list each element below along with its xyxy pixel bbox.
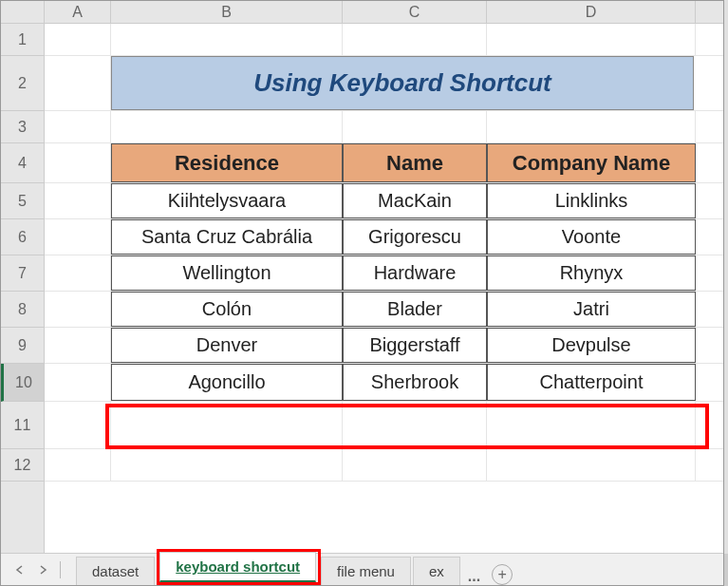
row-header-4[interactable]: 4 xyxy=(1,143,44,183)
cell-b7[interactable]: Wellington xyxy=(111,255,343,291)
row-header-2[interactable]: 2 xyxy=(1,56,44,111)
row-header-3[interactable]: 3 xyxy=(1,111,44,143)
cell-d3[interactable] xyxy=(487,111,696,142)
tab-overflow[interactable]: ... xyxy=(462,568,486,585)
cell-d7[interactable]: Rhynyx xyxy=(487,255,696,291)
nav-separator xyxy=(60,561,61,578)
cell-c5[interactable]: MacKain xyxy=(343,183,487,218)
cell-a3[interactable] xyxy=(45,111,111,142)
annotation-highlight-tab: keyboard shortcut xyxy=(157,549,321,585)
cell-a6[interactable] xyxy=(45,219,111,255)
tab-nav-prev[interactable] xyxy=(9,559,31,580)
cell-c9[interactable]: Biggerstaff xyxy=(343,328,487,363)
cell-b3[interactable] xyxy=(111,111,343,142)
cell-c7[interactable]: Hardware xyxy=(343,255,487,291)
cell-b8[interactable]: Colón xyxy=(111,292,343,327)
column-headers-row: A B C D xyxy=(1,1,723,24)
header-name[interactable]: Name xyxy=(343,143,487,182)
chevron-left-icon xyxy=(15,565,25,575)
cell-a1[interactable] xyxy=(45,24,111,55)
cells-area[interactable]: Using Keyboard Shortcut Residence Name C… xyxy=(45,24,723,553)
col-header-d[interactable]: D xyxy=(487,1,696,23)
col-header-b[interactable]: B xyxy=(111,1,343,23)
cell-c1[interactable] xyxy=(343,24,487,55)
select-all-corner[interactable] xyxy=(1,1,45,23)
cell-b10[interactable]: Agoncillo xyxy=(111,364,343,401)
cell-b6[interactable]: Santa Cruz Cabrália xyxy=(111,219,343,255)
tab-nav-next[interactable] xyxy=(31,559,54,580)
cell-b9[interactable]: Denver xyxy=(111,328,343,363)
row-header-7[interactable]: 7 xyxy=(1,255,44,292)
header-company[interactable]: Company Name xyxy=(487,143,696,182)
row-headers: 1 2 3 4 5 6 7 8 9 10 11 12 xyxy=(1,24,45,553)
cell-c3[interactable] xyxy=(343,111,487,142)
row-header-9[interactable]: 9 xyxy=(1,328,44,364)
cell-d5[interactable]: Linklinks xyxy=(487,183,696,218)
cell-c10[interactable]: Sherbrook xyxy=(343,364,487,401)
cell-b12[interactable] xyxy=(111,449,343,481)
cell-d8[interactable]: Jatri xyxy=(487,292,696,327)
row-header-6[interactable]: 6 xyxy=(1,219,44,255)
row-header-11[interactable]: 11 xyxy=(1,402,44,449)
tab-keyboard-shortcut[interactable]: keyboard shortcut xyxy=(159,552,316,582)
row-header-12[interactable]: 12 xyxy=(1,449,44,482)
cell-d1[interactable] xyxy=(487,24,696,55)
cell-a10[interactable] xyxy=(45,364,111,401)
cell-d10[interactable]: Chatterpoint xyxy=(487,364,696,401)
cell-c12[interactable] xyxy=(343,449,487,481)
plus-icon: + xyxy=(497,566,506,583)
cell-d9[interactable]: Devpulse xyxy=(487,328,696,363)
vertical-scrollbar[interactable] xyxy=(724,0,728,554)
tab-dataset[interactable]: dataset xyxy=(76,557,155,585)
cell-d12[interactable] xyxy=(487,449,696,481)
cell-b5[interactable]: Kiihtelysvaara xyxy=(111,183,343,218)
row-header-1[interactable]: 1 xyxy=(1,24,44,56)
grid-body: 1 2 3 4 5 6 7 8 9 10 11 12 Using Keyboar… xyxy=(1,24,723,553)
tabs-container: dataset keyboard shortcut file menu ex .… xyxy=(76,554,513,585)
cell-a12[interactable] xyxy=(45,449,111,481)
cell-c6[interactable]: Grigorescu xyxy=(343,219,487,255)
cell-a7[interactable] xyxy=(45,255,111,291)
cell-a9[interactable] xyxy=(45,328,111,363)
col-header-a[interactable]: A xyxy=(45,1,111,23)
cell-a4[interactable] xyxy=(45,143,111,182)
title-cell[interactable]: Using Keyboard Shortcut xyxy=(111,56,694,110)
cell-a11[interactable] xyxy=(45,402,111,448)
cell-a5[interactable] xyxy=(45,183,111,218)
header-residence[interactable]: Residence xyxy=(111,143,343,182)
row-header-10[interactable]: 10 xyxy=(1,364,44,402)
annotation-highlight-row xyxy=(105,404,709,449)
new-sheet-button[interactable]: + xyxy=(492,564,513,585)
cell-d6[interactable]: Voonte xyxy=(487,219,696,255)
excel-workbook: A B C D 1 2 3 4 5 6 7 8 9 10 11 12 xyxy=(0,0,724,586)
cell-a2[interactable] xyxy=(45,56,111,110)
tab-file-menu[interactable]: file menu xyxy=(321,557,411,585)
cell-a8[interactable] xyxy=(45,292,111,327)
sheet-tab-bar: dataset keyboard shortcut file menu ex .… xyxy=(1,553,723,585)
col-header-c[interactable]: C xyxy=(343,1,487,23)
row-header-5[interactable]: 5 xyxy=(1,183,44,219)
chevron-right-icon xyxy=(38,565,47,575)
cell-c8[interactable]: Blader xyxy=(343,292,487,327)
tab-ex[interactable]: ex xyxy=(413,557,460,585)
cell-b1[interactable] xyxy=(111,24,343,55)
row-header-8[interactable]: 8 xyxy=(1,292,44,328)
